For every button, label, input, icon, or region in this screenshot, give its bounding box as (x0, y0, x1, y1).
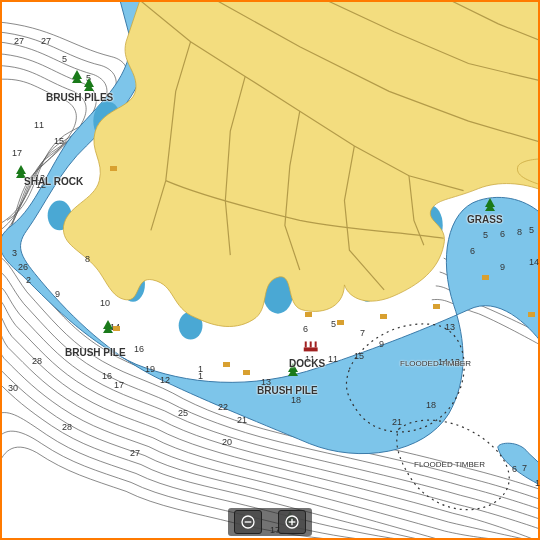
bathymetric-map[interactable] (2, 2, 538, 538)
plus-circle-icon (284, 514, 300, 530)
label-brush-piles: BRUSH PILES (46, 92, 113, 103)
label-flooded-timber-2: FLOODED TIMBER (414, 460, 485, 469)
svg-rect-7 (304, 347, 318, 351)
minus-circle-icon (240, 514, 256, 530)
zoom-in-button[interactable] (278, 510, 306, 534)
zoom-out-button[interactable] (234, 510, 262, 534)
svg-rect-9 (310, 341, 312, 347)
label-flooded-timber-1: FLOODED TIMBER (400, 359, 471, 368)
label-brush-pile-c: BRUSH PILE (257, 385, 318, 396)
svg-rect-10 (315, 341, 317, 347)
zoom-bar (228, 508, 312, 536)
docks-icon (304, 341, 318, 351)
label-shal-rock: SHAL ROCK (24, 176, 83, 187)
svg-rect-8 (305, 341, 307, 347)
label-docks: DOCKS (289, 358, 325, 369)
label-brush-pile-w: BRUSH PILE (65, 347, 126, 358)
map-frame: 2727551115171312326289101416193028161728… (0, 0, 540, 540)
label-grass: GRASS (467, 214, 503, 225)
